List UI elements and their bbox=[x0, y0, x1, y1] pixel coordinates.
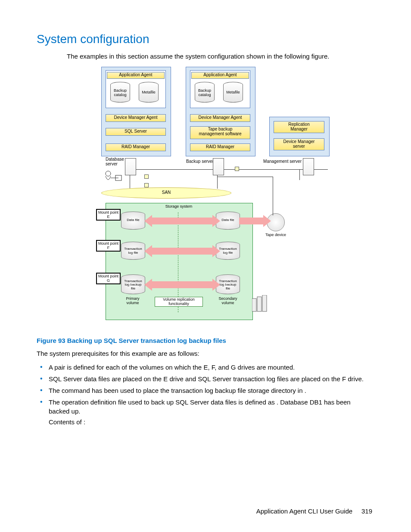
bk-server-label: Backup server bbox=[181, 159, 214, 164]
contents-of-line: Contents of : bbox=[49, 417, 372, 426]
svg-point-0 bbox=[106, 171, 111, 176]
figure-caption: Figure 93 Backing up SQL Server transact… bbox=[37, 337, 372, 344]
db-app-agent-title: Application Agent bbox=[107, 72, 165, 79]
db-host-icon bbox=[125, 158, 136, 175]
req-item-2: SQL Server data files are placed on the … bbox=[49, 374, 372, 383]
mgmt-dev-mgr-srv: Device Manager server bbox=[274, 138, 324, 150]
page-footer: Application Agent CLI User Guide 319 bbox=[256, 507, 372, 515]
db-sql-server: SQL Server bbox=[106, 128, 166, 136]
db-app-agent-panel: Application Agent Backup catalog Metafil… bbox=[106, 70, 166, 108]
mount-point-g: Mount point G bbox=[96, 273, 121, 284]
req-item-3: The command has been used to place the t… bbox=[49, 386, 372, 395]
mount-point-f: Mount point F bbox=[96, 240, 121, 252]
arrow-txn bbox=[152, 248, 212, 255]
mgmt-host-icon bbox=[303, 158, 314, 175]
arrow-txnbk bbox=[152, 281, 212, 288]
db-nic-2 bbox=[144, 183, 149, 187]
svg-rect-4 bbox=[262, 295, 267, 311]
san-ellipse: SAN bbox=[101, 187, 231, 199]
page-number: 319 bbox=[361, 507, 372, 515]
bk-app-agent-panel: Application Agent Backup catalog Metafil… bbox=[190, 70, 250, 108]
bk-host-icon bbox=[213, 158, 224, 175]
vrf-label: Volume replication functionality bbox=[155, 297, 203, 307]
svg-rect-2 bbox=[252, 299, 256, 311]
primary-vol-label: Primary volume bbox=[118, 297, 148, 305]
footer-title: Application Agent CLI User Guide bbox=[256, 507, 352, 515]
user-icon bbox=[101, 170, 123, 186]
bk-tape-sw: Tape backup management software bbox=[190, 126, 250, 139]
mgmt-server-label: Management server bbox=[254, 159, 302, 164]
intro-paragraph: The examples in this section assume the … bbox=[67, 52, 372, 61]
bk-backup-catalog: Backup catalog bbox=[195, 89, 215, 97]
disk-array-icon bbox=[252, 295, 268, 314]
arrow-data bbox=[152, 218, 212, 224]
cyl-p-txn: Transaction log file bbox=[121, 242, 145, 260]
cyl-p-txnbk: Transaction log backup file bbox=[121, 274, 145, 294]
req-item-4: The operation definition file used to ba… bbox=[49, 398, 372, 426]
mount-point-e: Mount point E bbox=[96, 209, 121, 221]
section-heading: System configuration bbox=[37, 32, 372, 46]
bk-dev-mgr-agent: Device Manager Agent bbox=[190, 114, 250, 122]
cyl-p-data: Data file bbox=[121, 212, 145, 230]
db-metafile: Metafile bbox=[139, 90, 159, 94]
svg-rect-3 bbox=[257, 297, 262, 311]
system-config-diagram: Application Agent Backup catalog Metafil… bbox=[101, 67, 334, 327]
bk-metafile: Metafile bbox=[223, 90, 243, 94]
tape-device-label: Tape device bbox=[261, 233, 291, 237]
requirement-list: A pair is defined for each of the volume… bbox=[49, 363, 372, 426]
db-dev-mgr-agent: Device Manager Agent bbox=[106, 114, 166, 122]
mgmt-rep-mgr: Replication Manager bbox=[274, 121, 324, 133]
arrow-tape bbox=[239, 218, 263, 224]
prereq-intro: The system prerequisites for this exampl… bbox=[37, 349, 372, 358]
bk-raid-manager: RAID Manager bbox=[190, 143, 250, 151]
req-item-1: A pair is defined for each of the volume… bbox=[49, 363, 372, 372]
secondary-vol-label: Secondary volume bbox=[212, 297, 244, 305]
bk-nic bbox=[235, 167, 239, 171]
db-nic-1 bbox=[144, 174, 149, 179]
db-backup-catalog: Backup catalog bbox=[110, 89, 130, 97]
db-raid-manager: RAID Manager bbox=[106, 143, 166, 151]
storage-label: Storage system bbox=[144, 205, 213, 208]
bk-app-agent-title: Application Agent bbox=[191, 72, 249, 79]
